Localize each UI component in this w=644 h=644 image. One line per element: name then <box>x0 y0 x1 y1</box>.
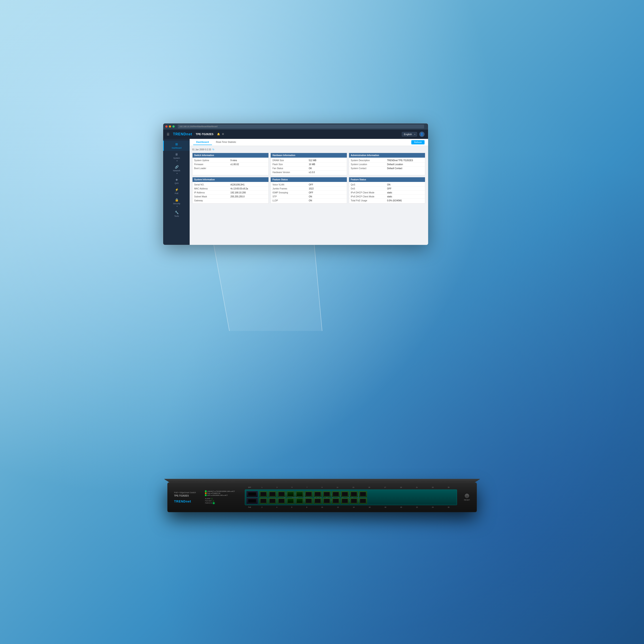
port-13 <box>314 491 322 497</box>
port-19 <box>341 491 349 497</box>
feat1-vvlan-label: Voice VLAN <box>272 183 309 186</box>
sys-subnet-row: Subnet Mask 255.255.255.0 <box>193 195 269 199</box>
sys-gateway-row: Gateway <box>193 199 269 202</box>
switch-front-panel: PoE+ EdgeSmart Switch TPE-TG262ES TRENDn… <box>174 487 470 508</box>
device-name-label: TPE-TG262ES <box>196 133 213 136</box>
switch-uptime-label: System Uptime <box>194 159 230 162</box>
reset-button-face[interactable] <box>465 494 469 498</box>
switch-device: TRENDnet PoE+ EdgeSmart Switch TPE-TG262… <box>168 483 477 512</box>
hw-dram-row: DRAM Size 512 MB <box>271 159 347 162</box>
port-23 <box>359 491 367 497</box>
reset-button-area[interactable]: RESET <box>464 494 470 501</box>
sfp-ports <box>246 491 258 497</box>
pwr-sys-led <box>213 502 215 504</box>
sidebar-item-tools[interactable]: 🔧 Tools <box>163 209 190 219</box>
hardware-info-body: DRAM Size 512 MB Flash Size 16 MB Fan St… <box>271 158 347 175</box>
switch-bootloader-value <box>230 167 267 170</box>
switch-firmware-value: v1.00.02 <box>230 163 267 166</box>
system-info-header: System Information <box>193 177 269 182</box>
port-4 <box>268 498 277 504</box>
led-legend: LINK/ACT ● TG/100/1000M LINK ● ACT PoE ●… <box>205 491 240 504</box>
port-5 <box>277 491 286 497</box>
port-labels-bottom: PoE 2 4 6 8 10 12 14 16 18 20 22 <box>245 506 457 508</box>
port-12 <box>304 498 313 504</box>
sidebar-item-dashboard[interactable]: ⊞ Dashboard <box>163 141 190 151</box>
switch-trendnet-logo: TRENDnet <box>174 500 201 503</box>
poe-max-status: PoE MAX <box>205 500 240 502</box>
user-avatar-icon[interactable]: 👤 <box>419 132 425 137</box>
hardware-info-card: Hardware Information DRAM Size 512 MB Fl… <box>270 153 347 175</box>
feat1-igmp-row: IGMP Snooping OFF <box>271 191 347 195</box>
app-body: ⊞ Dashboard 🖥 System ▼ 🔗 Network ▼ ◈ QoS <box>163 139 428 245</box>
browser-address-bar[interactable]: 192.168.10.200/html/dashboard/dashboard <box>178 125 424 128</box>
port-18 <box>332 498 340 504</box>
sidebar-label-tools: Tools <box>174 215 179 217</box>
port-section: SFP 1 3 5 7 9 11 13 15 17 19 21 <box>245 487 457 508</box>
alarm-label: ALARM <box>205 498 210 499</box>
feat1-lldp-value: ON <box>309 199 345 202</box>
feat2-poe-row: Total PoE Usage 0.0% (0/240W) <box>349 199 425 202</box>
settings-icon[interactable]: ⚙ <box>222 133 224 136</box>
system-icon: 🖥 <box>175 153 178 156</box>
system-info-card: System Information Serial NO. A22610913H… <box>192 177 269 204</box>
port-11 <box>304 491 313 497</box>
sys-ip-value: 192.168.10.200 <box>230 191 267 194</box>
port-1 <box>259 491 268 497</box>
switch-product-line: PoE+ EdgeSmart Switch <box>174 491 201 494</box>
info-grid-bottom: System Information Serial NO. A22610913H… <box>192 177 425 204</box>
device-icons: 🔔 ⚙ <box>217 133 224 136</box>
port-area <box>245 489 457 505</box>
tab-dashboard[interactable]: Dashboard <box>193 139 212 145</box>
rj45-ports-top <box>259 491 367 497</box>
trendnet-logo: TRENDnet <box>173 132 192 136</box>
led-legend-row-3: SFP ● 100/10DM LINK ● ACT <box>205 495 240 496</box>
browser-window: 192.168.10.200/html/dashboard/dashboard … <box>163 123 428 245</box>
hardware-info-header: Hardware Information <box>271 153 347 158</box>
led-legend-text-3: SFP ● 100/10DM LINK ● ACT <box>207 495 228 496</box>
switch-firmware-label: Firmware <box>194 163 230 166</box>
hw-flash-row: Flash Size 16 MB <box>271 162 347 166</box>
ports-bottom-row <box>246 498 455 504</box>
switch-left-labels: PoE+ EdgeSmart Switch TPE-TG262ES TRENDn… <box>174 491 201 503</box>
dashboard-icon: ⊞ <box>175 142 178 146</box>
bell-icon[interactable]: 🔔 <box>217 133 220 136</box>
tools-icon: 🔧 <box>175 211 179 214</box>
hamburger-icon[interactable]: ☰ <box>167 132 170 136</box>
hw-dram-value: 512 MB <box>309 159 345 162</box>
sidebar-item-system[interactable]: 🖥 System ▼ <box>163 151 190 163</box>
switch-bootloader-label: Boot Loader <box>194 167 230 170</box>
timestamp-refresh-icon[interactable]: ↻ <box>212 148 214 151</box>
browser-maximize-dot[interactable] <box>172 125 175 128</box>
language-selector[interactable]: English <box>402 132 417 136</box>
admin-location-row: System Location Default Location <box>349 162 425 166</box>
led-green-dot-2 <box>205 495 206 496</box>
browser-close-dot[interactable] <box>165 125 168 128</box>
admin-contact-value: Default Contact <box>387 167 423 170</box>
tab-realtime[interactable]: Real-Time Statistic <box>213 139 239 145</box>
sys-gateway-value <box>230 199 267 202</box>
info-grid-top: Switch Information System Uptime 9 mins … <box>192 153 425 175</box>
sidebar-label-network: Network <box>173 170 180 172</box>
sys-subnet-value: 255.255.255.0 <box>230 195 267 198</box>
refresh-button[interactable]: Refresh <box>411 140 424 144</box>
feature-status1-header: Feature Status <box>271 177 347 182</box>
browser-minimize-dot[interactable] <box>169 125 171 128</box>
sidebar-item-security[interactable]: 🔒 Security ▼ <box>163 196 190 209</box>
sfp-port-1 <box>246 491 258 497</box>
sidebar-item-poe[interactable]: ⚡ PoE <box>163 186 190 196</box>
qos-icon: ◈ <box>176 178 178 181</box>
port-6 <box>277 498 286 504</box>
sidebar-item-qos[interactable]: ◈ QoS <box>163 176 190 186</box>
feat1-jumbo-label: Jumbo Frames <box>272 187 309 190</box>
sys-subnet-label: Subnet Mask <box>194 195 230 198</box>
reset-label: RESET <box>464 499 470 501</box>
sidebar-item-network[interactable]: 🔗 Network ▼ <box>163 163 190 176</box>
feat2-ipv6dhcp-label: IPv6 DHCP Client Mode <box>351 195 387 198</box>
admin-contact-row: System Contact Default Contact <box>349 166 425 170</box>
port-7 <box>286 491 295 497</box>
hw-version-value: v1.0.0 <box>309 171 345 174</box>
feat2-ipv6dhcp-value: static <box>387 195 423 198</box>
port-17 <box>332 491 340 497</box>
port-9 <box>295 491 304 497</box>
feat1-lldp-label: LLDP <box>272 199 309 202</box>
